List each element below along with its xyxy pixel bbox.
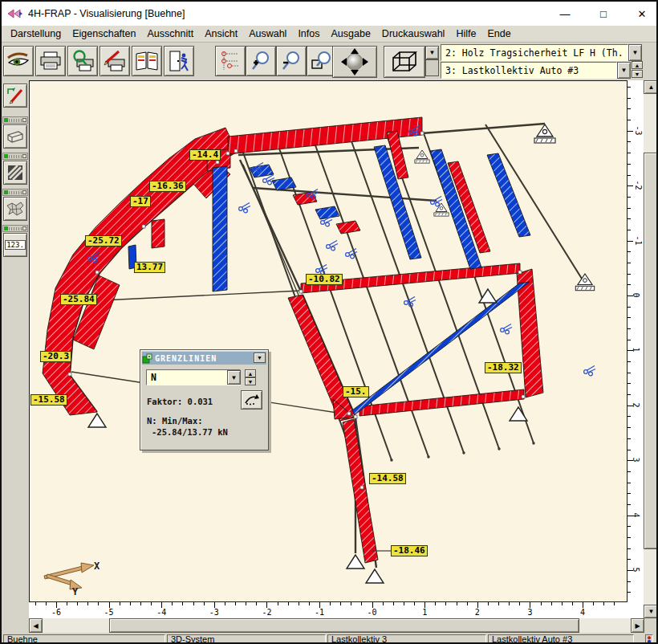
axis-tick [628,263,631,263]
menu-item-hilfe[interactable]: Hilfe [450,26,481,41]
axis-tick [225,602,225,605]
zoom-in-icon [249,50,273,72]
axis-tick [614,602,615,605]
load-collective-combo[interactable]: 3: Lastkollektiv Auto #3 [441,62,617,79]
apply-factor-button[interactable] [241,390,262,410]
left-toolbar: 123. [2,80,29,618]
axis-tick [628,526,631,527]
menu-item-darstellung[interactable]: Darstellung [5,26,67,41]
view-3d-dropdown-body [425,59,439,76]
palette-header-numbers[interactable] [2,225,28,232]
axis-tick [404,602,404,605]
palette-grip-icon [9,227,22,230]
load-collective-spin-down[interactable]: ▼ [632,70,643,78]
axis-tick [109,602,110,608]
axis-tick [628,537,631,538]
menu-item-ausschnitt[interactable]: Ausschnitt [141,26,199,41]
axis-tick [628,108,631,109]
palette-header-panel[interactable] [2,153,28,160]
x-axis-label: 3 [527,608,532,617]
scroll-right-button[interactable]: ▶ [631,618,644,633]
close-button[interactable]: ✕ [626,2,658,26]
axis-tick [151,602,152,605]
menu-item-ansicht[interactable]: Ansicht [199,26,243,41]
panel-hatch-button[interactable] [3,161,27,185]
menu-item-ende[interactable]: Ende [481,26,516,41]
palette-header-mesh[interactable] [2,189,28,196]
print-preview-button[interactable] [67,46,98,76]
axis-tick [628,592,631,593]
load-case-dropdown[interactable]: ▼ [628,44,642,61]
numbers-button[interactable]: 123. [3,233,27,257]
mesh-button[interactable] [3,197,27,221]
report-book-button[interactable] [132,46,162,76]
panel-title-bar[interactable]: GRENZLINIEN ▼ [142,352,266,365]
axis-tick [519,602,520,605]
axis-tick [161,602,162,608]
v-scroll-thumb[interactable] [644,153,658,549]
axis-tick [120,602,120,605]
load-collective-spin-up[interactable]: ▲ [632,61,643,69]
axis-tick [319,602,320,608]
axis-tick [246,602,246,605]
print-edit-button[interactable] [100,46,130,76]
axis-tick [628,438,631,439]
view-eye-button[interactable] [3,46,34,76]
exit-door-icon [168,50,190,72]
axis-tick [288,602,289,605]
axis-tick [562,602,563,605]
axis-tick [628,164,631,165]
load-collective-value: 3: Lastkollektiv Auto #3 [445,65,579,76]
scroll-up-button[interactable]: ▲ [644,80,658,94]
zoom-out-button[interactable] [276,46,307,76]
axis-tick [628,383,631,384]
beam-3d-button[interactable] [3,124,27,149]
edit-system-button[interactable] [3,84,27,108]
result-type-dropdown[interactable]: ▼ [227,370,241,385]
pan-pad[interactable] [332,46,377,78]
axis-tick [628,197,631,198]
printer-icon [39,51,62,71]
exit-button[interactable] [164,46,194,76]
palette-dot-icon [4,154,8,158]
load-case-value: 2: Holz Tragsicherheit LF H (Th. 2. Ord.… [445,47,628,59]
view-3d-dropdown[interactable]: ▼ [425,46,439,59]
axis-tick [467,602,468,605]
y-axis-label: -3 [634,125,643,135]
load-collective-dropdown[interactable]: ▼ [617,62,631,79]
menu-item-infos[interactable]: Infos [292,26,325,41]
axis-tick [628,471,631,472]
y-axis-label: -1 [634,235,643,245]
scroll-left-button[interactable]: ◀ [29,618,43,633]
result-spin-up[interactable]: ▲ [245,369,256,377]
axis-tick [193,602,194,605]
menu-item-druckauswahl[interactable]: Druckauswahl [376,26,451,41]
axis-tick [572,602,573,605]
panel-collapse-button[interactable]: ▼ [254,353,266,363]
force-value-label: -18.46 [391,545,428,556]
menu-item-ausgabe[interactable]: Ausgabe [326,26,376,41]
menu-item-eigenschaften[interactable]: Eigenschaften [67,26,141,41]
palette-header-beam[interactable] [2,116,28,124]
minimize-button[interactable]: — [549,2,581,26]
view-3d-box-button[interactable] [384,46,425,78]
zoom-in-button[interactable] [246,46,276,76]
print-button[interactable] [35,46,66,76]
scroll-down-button[interactable]: ▼ [644,605,658,618]
drawing-canvas[interactable]: X Y -14.4-16.36-17-25.7213.77-25.84-20.3… [29,80,628,602]
menu-item-auswahl[interactable]: Auswahl [243,26,292,41]
axis-tick [172,602,173,605]
grenzlinien-panel[interactable]: GRENZLINIEN ▼ N ▼ ▲ ▼ Faktor: 0.031 N: M… [140,349,269,450]
structure-select-button[interactable] [215,46,246,76]
palette-box-icon [22,118,26,122]
maximize-button[interactable]: □ [587,2,619,26]
h-scroll-thumb[interactable] [109,618,579,633]
app-window: 4H-FRAP - Visualisierung [Buehne] — □ ✕ … [0,0,658,644]
force-value-label: -17 [130,196,151,207]
load-case-combo[interactable]: 2: Holz Tragsicherheit LF H (Th. 2. Ord.… [441,44,628,61]
axis-tick [445,602,446,605]
axis-tick [278,602,278,605]
axis-tick [628,284,631,285]
app-logo-icon [7,6,23,21]
result-spin-down[interactable]: ▼ [245,377,256,385]
